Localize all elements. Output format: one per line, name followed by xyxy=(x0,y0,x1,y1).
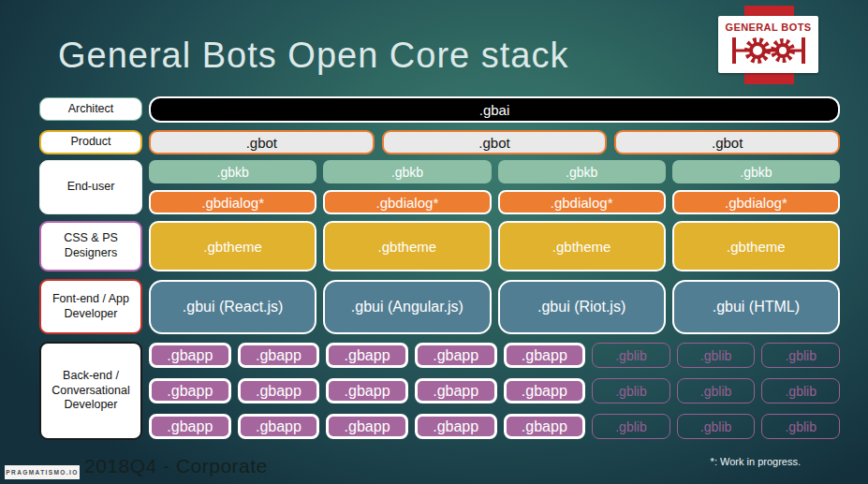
block-gbui-react: .gbui (React.js) xyxy=(149,280,316,334)
block-gblib: .gblib xyxy=(592,414,670,439)
footer-work-in-progress-note: *: Work in progress. xyxy=(711,456,801,467)
block-gblib: .gblib xyxy=(677,343,756,368)
block-gbkb: .gbkb xyxy=(323,160,491,183)
block-gbkb: .gbkb xyxy=(672,160,840,183)
block-gbdialog: .gbdialog* xyxy=(323,190,491,214)
row-gbot: .gbot .gbot .gbot xyxy=(149,130,840,154)
row-gbtheme: .gbtheme .gbtheme .gbtheme .gbtheme xyxy=(149,221,840,271)
block-gbdialog: .gbdialog* xyxy=(149,190,316,214)
block-gbapp: .gbapp xyxy=(415,378,497,403)
block-gblib: .gblib xyxy=(761,414,840,439)
row-gbui: .gbui (React.js) .gbui (Angular.js) .gbu… xyxy=(149,280,840,334)
block-gblib: .gblib xyxy=(761,378,840,403)
general-bots-logo: GENERAL BOTS xyxy=(718,16,818,73)
block-gbkb: .gbkb xyxy=(149,160,316,183)
block-gbkb: .gbkb xyxy=(498,160,666,183)
block-gbtheme: .gbtheme xyxy=(149,221,316,271)
block-gbui-html: .gbui (HTML) xyxy=(672,280,840,334)
block-gbapp: .gbapp xyxy=(415,343,497,368)
block-gblib: .gblib xyxy=(677,414,756,439)
block-gbot: .gbot xyxy=(382,130,608,154)
label-end-user: End-user xyxy=(39,160,142,214)
block-gbapp: .gbapp xyxy=(504,414,586,439)
logo-wordmark: GENERAL BOTS xyxy=(726,22,812,33)
row-gbapp-gblib-3: .gbapp .gbapp .gbapp .gbapp .gbapp .gbli… xyxy=(149,414,840,439)
block-gbapp: .gbapp xyxy=(326,414,408,439)
block-gbapp: .gbapp xyxy=(504,343,586,368)
block-gbapp: .gbapp xyxy=(326,378,408,403)
label-css-ps-designers: CSS & PS Designers xyxy=(39,221,142,271)
row-gbkb: .gbkb .gbkb .gbkb .gbkb xyxy=(149,160,840,183)
row-gbapp-gblib-2: .gbapp .gbapp .gbapp .gbapp .gbapp .gbli… xyxy=(149,378,840,403)
block-gbot: .gbot xyxy=(614,130,840,154)
block-gbapp: .gbapp xyxy=(504,378,586,403)
block-gbtheme: .gbtheme xyxy=(323,221,491,271)
slide-general-bots-open-core-stack: General Bots Open Core stack GENERAL BOT… xyxy=(0,0,868,484)
block-gbai: .gbai xyxy=(149,96,840,123)
block-gbapp: .gbapp xyxy=(149,378,231,403)
block-gblib: .gblib xyxy=(592,378,670,403)
block-gbdialog: .gbdialog* xyxy=(498,190,666,214)
row-gbdialog: .gbdialog* .gbdialog* .gbdialog* .gbdial… xyxy=(149,190,840,214)
block-gbot: .gbot xyxy=(149,130,375,154)
row-gbai: .gbai xyxy=(149,96,840,123)
block-gbdialog: .gbdialog* xyxy=(672,190,840,214)
block-gbapp: .gbapp xyxy=(149,414,231,439)
block-gblib: .gblib xyxy=(761,343,840,368)
block-gbapp: .gbapp xyxy=(238,378,320,403)
block-gbtheme: .gbtheme xyxy=(672,221,840,271)
label-backend-conversational-developer: Back-end / Conversational Developer xyxy=(39,342,142,440)
block-gbui-riot: .gbui (Riot.js) xyxy=(498,280,666,334)
gears-icon xyxy=(729,34,808,67)
row-gbapp-gblib-1: .gbapp .gbapp .gbapp .gbapp .gbapp .gbli… xyxy=(149,343,840,368)
block-gbapp: .gbapp xyxy=(238,343,320,368)
block-gbtheme: .gbtheme xyxy=(498,221,666,271)
pragmatismo-logo: PRAGMATISMO.IO xyxy=(5,465,80,479)
block-gbapp: .gbapp xyxy=(149,343,231,368)
block-gbui-angular: .gbui (Angular.js) xyxy=(323,280,491,334)
label-product: Product xyxy=(39,130,142,154)
label-architect: Architect xyxy=(39,97,142,121)
block-gblib: .gblib xyxy=(677,378,756,403)
block-gbapp: .gbapp xyxy=(238,414,320,439)
block-gbapp: .gbapp xyxy=(415,414,497,439)
block-gbapp: .gbapp xyxy=(326,343,408,368)
block-gblib: .gblib xyxy=(592,343,670,368)
footer-version-text: 2018Q4 - Corporate xyxy=(84,455,268,477)
page-title: General Bots Open Core stack xyxy=(58,36,568,76)
label-frontend-app-developer: Font-end / App Developer xyxy=(39,279,142,334)
